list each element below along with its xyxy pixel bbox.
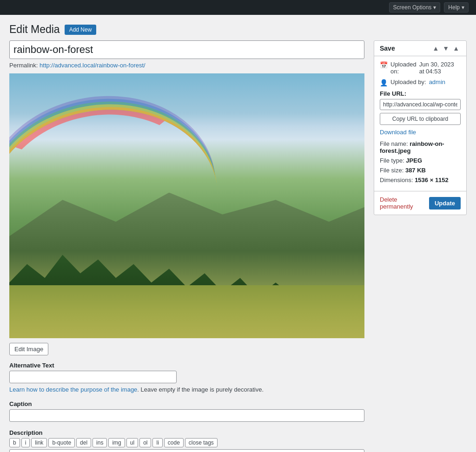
file-type-row: File type: JPEG	[380, 157, 461, 164]
file-size-value: 387 KB	[405, 167, 426, 174]
page-title: Edit Media	[9, 23, 60, 36]
description-toolbar: b i link b-quote del ins img ul ol li co…	[9, 438, 364, 447]
image-placeholder	[9, 73, 364, 338]
add-new-button[interactable]: Add New	[65, 25, 97, 35]
alt-hint-link[interactable]: Learn how to describe the purpose of the…	[9, 386, 137, 393]
file-size-label: File size:	[380, 167, 405, 174]
panel-toggle-up[interactable]: ▲	[431, 45, 440, 52]
toolbar-btn-closetags[interactable]: close tags	[185, 438, 218, 447]
toolbar-btn-li[interactable]: li	[152, 438, 162, 447]
save-panel-header: Save ▲ ▼ ▲	[374, 41, 466, 56]
file-url-label: File URL:	[380, 90, 461, 97]
uploaded-on-row: 📅 Uploaded on: Jun 30, 2023 at 04:53	[380, 61, 461, 75]
file-type-value: JPEG	[406, 157, 422, 164]
dimensions-row: Dimensions: 1536 × 1152	[380, 177, 461, 183]
description-group: Description b i link b-quote del ins img…	[9, 429, 364, 452]
toolbar-btn-img[interactable]: img	[108, 438, 125, 447]
main-content: Permalink: http://advanced.local/rainbow…	[9, 40, 467, 452]
left-column: Permalink: http://advanced.local/rainbow…	[9, 40, 364, 452]
alt-text-input[interactable]	[9, 371, 177, 383]
panel-toggle-collapse[interactable]: ▲	[451, 45, 461, 52]
uploaded-by-link[interactable]: admin	[429, 79, 445, 85]
alt-hint-suffix: . Leave empty if the image is purely dec…	[137, 386, 264, 393]
update-button[interactable]: Update	[429, 197, 461, 210]
file-name-label: File name:	[380, 140, 410, 147]
uploaded-on-label: Uploaded on:	[390, 61, 416, 75]
save-panel-title: Save	[380, 45, 395, 52]
download-file-link[interactable]: Download file	[380, 129, 461, 136]
toolbar-btn-code[interactable]: code	[164, 438, 184, 447]
user-icon: 👤	[380, 79, 388, 86]
save-panel: Save ▲ ▼ ▲ 📅 Uploaded on: Jun 30, 2023 a…	[374, 40, 467, 215]
caption-label: Caption	[9, 400, 364, 407]
uploaded-by-label: Uploaded by:	[390, 79, 426, 85]
file-size-row: File size: 387 KB	[380, 167, 461, 174]
panel-toggle-btns: ▲ ▼ ▲	[431, 45, 461, 52]
page-header: Edit Media Add New	[9, 20, 467, 36]
file-name-row: File name: rainbow-on-forest.jpeg	[380, 140, 461, 154]
chevron-down-icon: ▾	[462, 4, 464, 11]
permalink-label: Permalink:	[9, 62, 38, 69]
screen-options-button[interactable]: Screen Options ▾	[389, 2, 441, 13]
save-panel-footer: Delete permanently Update	[374, 191, 466, 215]
permalink-link[interactable]: http://advanced.local/rainbow-on-forest/	[40, 62, 145, 69]
panel-toggle-down[interactable]: ▼	[441, 45, 450, 52]
page-wrapper: Edit Media Add New Permalink: http://adv…	[0, 15, 476, 452]
edit-image-button[interactable]: Edit Image	[9, 343, 48, 355]
chevron-down-icon: ▾	[433, 4, 436, 11]
dimensions-value: 1536 × 1152	[415, 177, 449, 183]
dimensions-label: Dimensions:	[380, 177, 415, 183]
top-bar: Screen Options ▾ Help ▾	[0, 0, 476, 15]
alt-text-group: Alternative Text Learn how to describe t…	[9, 362, 364, 393]
grass-overlay	[9, 285, 364, 338]
title-input[interactable]	[9, 40, 364, 59]
alt-hint: Learn how to describe the purpose of the…	[9, 386, 364, 393]
image-preview	[9, 73, 364, 338]
uploaded-by-row: 👤 Uploaded by: admin	[380, 79, 461, 86]
calendar-icon: 📅	[380, 61, 388, 69]
toolbar-btn-i[interactable]: i	[21, 438, 30, 447]
file-type-label: File type:	[380, 157, 406, 164]
toolbar-btn-del[interactable]: del	[76, 438, 91, 447]
description-textarea[interactable]	[9, 449, 364, 452]
help-button[interactable]: Help ▾	[444, 2, 469, 13]
permalink-row: Permalink: http://advanced.local/rainbow…	[9, 62, 364, 69]
toolbar-btn-ol[interactable]: ol	[139, 438, 151, 447]
alt-text-label: Alternative Text	[9, 362, 364, 369]
toolbar-btn-ul[interactable]: ul	[126, 438, 138, 447]
toolbar-btn-b[interactable]: b	[9, 438, 20, 447]
right-column: Save ▲ ▼ ▲ 📅 Uploaded on: Jun 30, 2023 a…	[374, 40, 467, 452]
description-label: Description	[9, 429, 364, 436]
delete-permanently-link[interactable]: Delete permanently	[380, 196, 429, 210]
copy-url-button[interactable]: Copy URL to clipboard	[380, 113, 461, 125]
file-url-input[interactable]	[380, 99, 461, 110]
caption-group: Caption	[9, 400, 364, 422]
help-label: Help	[448, 4, 460, 11]
screen-options-label: Screen Options	[393, 4, 432, 11]
save-panel-body: 📅 Uploaded on: Jun 30, 2023 at 04:53 👤 U…	[374, 56, 466, 191]
caption-input[interactable]	[9, 409, 364, 422]
toolbar-btn-link[interactable]: link	[31, 438, 47, 447]
toolbar-btn-bquote[interactable]: b-quote	[48, 438, 75, 447]
uploaded-on-value: Jun 30, 2023 at 04:53	[419, 61, 461, 75]
toolbar-btn-ins[interactable]: ins	[93, 438, 107, 447]
